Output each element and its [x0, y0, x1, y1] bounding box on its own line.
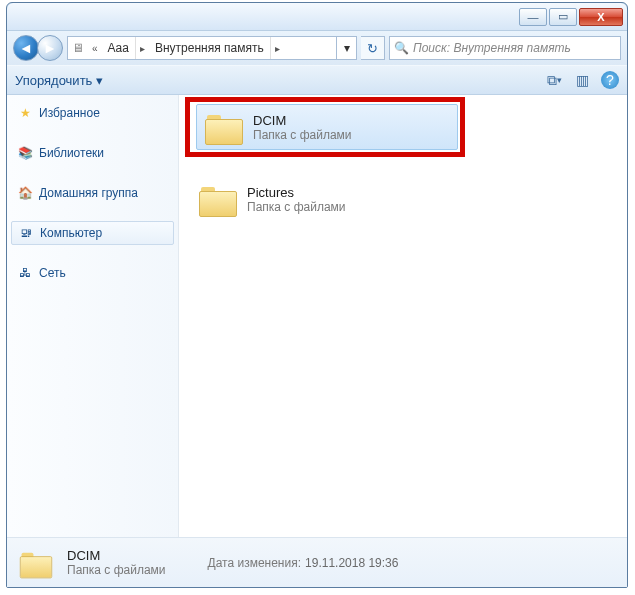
folder-subtitle: Папка с файлами: [253, 128, 352, 142]
details-subtitle: Папка с файлами: [67, 563, 166, 577]
forward-button[interactable]: ►: [37, 35, 63, 61]
breadcrumb-seg-2[interactable]: Внутренняя память: [149, 37, 271, 59]
homegroup-icon: 🏠: [17, 185, 33, 201]
computer-icon: 🖥: [68, 41, 88, 55]
network-icon: 🖧: [17, 265, 33, 281]
breadcrumb-dropdown[interactable]: ▾: [336, 37, 356, 59]
details-name: DCIM: [67, 548, 166, 563]
sidebar-item-libraries[interactable]: 📚 Библиотеки: [7, 141, 178, 165]
maximize-button[interactable]: ▭: [549, 8, 577, 26]
chevron-right-icon[interactable]: «: [88, 43, 102, 54]
breadcrumb[interactable]: 🖥 « Aaa ▸ Внутренняя память ▸ ▾: [67, 36, 357, 60]
chevron-down-icon: ▾: [96, 73, 103, 88]
explorer-window: — ▭ X ◄ ► 🖥 « Aaa ▸ Внутренняя память ▸ …: [6, 2, 628, 588]
highlight-annotation: DCIM Папка с файлами: [185, 97, 465, 157]
organize-button[interactable]: Упорядочить ▾: [15, 73, 103, 88]
folder-name: Pictures: [247, 185, 346, 200]
navigation-bar: ◄ ► 🖥 « Aaa ▸ Внутренняя память ▸ ▾ ↻ 🔍 …: [7, 31, 627, 65]
file-list[interactable]: DCIM Папка с файлами Pictures Папка с фа…: [179, 95, 627, 537]
sidebar-item-homegroup[interactable]: 🏠 Домашняя группа: [7, 181, 178, 205]
details-modified-value: 19.11.2018 19:36: [305, 556, 398, 570]
organize-label: Упорядочить: [15, 73, 92, 88]
minimize-button[interactable]: —: [519, 8, 547, 26]
sidebar-item-network[interactable]: 🖧 Сеть: [7, 261, 178, 285]
folder-icon: [199, 183, 237, 215]
star-icon: ★: [17, 105, 33, 121]
content-area: ★ Избранное 📚 Библиотеки 🏠 Домашняя груп…: [7, 95, 627, 537]
close-button[interactable]: X: [579, 8, 623, 26]
sidebar-item-label: Компьютер: [40, 226, 102, 240]
sidebar-item-label: Сеть: [39, 266, 66, 280]
refresh-button[interactable]: ↻: [361, 36, 385, 60]
folder-item-dcim[interactable]: DCIM Папка с файлами: [196, 104, 458, 150]
libraries-icon: 📚: [17, 145, 33, 161]
preview-pane-button[interactable]: ▥: [573, 71, 591, 89]
details-pane: DCIM Папка с файлами Дата изменения: 19.…: [7, 537, 627, 587]
back-button[interactable]: ◄: [13, 35, 39, 61]
sidebar: ★ Избранное 📚 Библиотеки 🏠 Домашняя груп…: [7, 95, 179, 537]
chevron-right-icon[interactable]: ▸: [136, 43, 149, 54]
computer-icon: 🖳: [18, 225, 34, 241]
folder-subtitle: Папка с файлами: [247, 200, 346, 214]
folder-name: DCIM: [253, 113, 352, 128]
search-placeholder: Поиск: Внутренняя память: [413, 41, 571, 55]
help-button[interactable]: ?: [601, 71, 619, 89]
view-mode-button[interactable]: ⧉▾: [545, 71, 563, 89]
search-input[interactable]: 🔍 Поиск: Внутренняя память: [389, 36, 621, 60]
sidebar-item-favorites[interactable]: ★ Избранное: [7, 101, 178, 125]
sidebar-item-label: Избранное: [39, 106, 100, 120]
breadcrumb-seg-1[interactable]: Aaa: [102, 37, 136, 59]
sidebar-item-computer[interactable]: 🖳 Компьютер: [11, 221, 174, 245]
titlebar[interactable]: — ▭ X: [7, 3, 627, 31]
view-icon: ⧉: [547, 72, 557, 89]
search-icon: 🔍: [394, 41, 409, 55]
sidebar-item-label: Библиотеки: [39, 146, 104, 160]
folder-item-pictures[interactable]: Pictures Папка с файлами: [191, 177, 453, 221]
folder-icon: [20, 549, 52, 576]
details-modified-label: Дата изменения:: [208, 556, 302, 570]
toolbar: Упорядочить ▾ ⧉▾ ▥ ?: [7, 65, 627, 95]
folder-icon: [205, 111, 243, 143]
sidebar-item-label: Домашняя группа: [39, 186, 138, 200]
chevron-right-icon[interactable]: ▸: [271, 43, 284, 54]
